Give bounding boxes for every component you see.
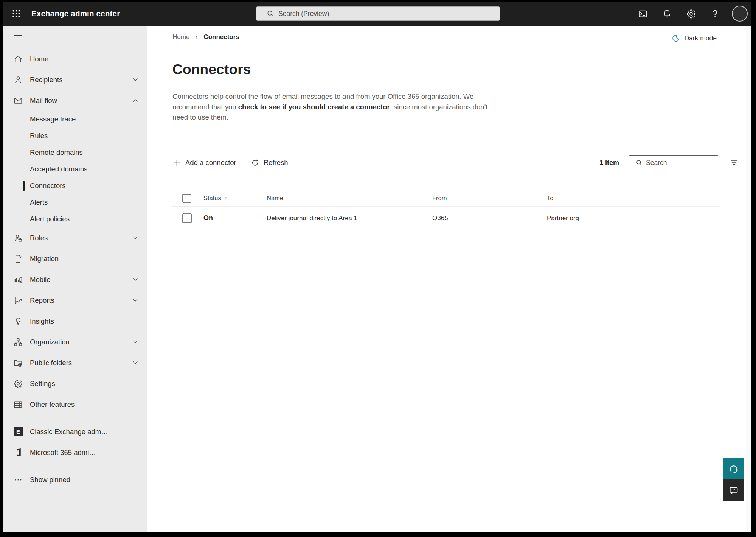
chevron-down-icon — [132, 76, 138, 83]
page-description: Connectors help control the flow of emai… — [172, 91, 495, 123]
dark-mode-label: Dark mode — [684, 34, 717, 42]
column-header-from[interactable]: From — [432, 195, 547, 202]
table-grid-icon — [13, 399, 23, 410]
breadcrumb-home-link[interactable]: Home — [172, 33, 189, 41]
sidebar-subitem-label: Alerts — [30, 198, 48, 207]
sidebar-item-other-features[interactable]: Other features — [3, 394, 147, 415]
sidebar-item-organization[interactable]: Organization — [3, 332, 147, 352]
sidebar-item-reports[interactable]: Reports — [3, 290, 147, 311]
feedback-button[interactable] — [723, 479, 744, 501]
sidebar-item-home[interactable]: Home — [3, 48, 147, 69]
refresh-label: Refresh — [264, 159, 288, 167]
terminal-icon — [638, 9, 648, 19]
sidebar-subitem-label: Alert policies — [30, 215, 70, 223]
top-bar: Exchange admin center — [3, 2, 751, 26]
sidebar-item-mail-flow[interactable]: Mail flow — [3, 90, 147, 111]
main-content: Home Connectors Dark mode Connectors Con… — [147, 26, 751, 532]
filter-button[interactable] — [727, 156, 741, 170]
navigation-sidebar: Home Recipients Mail flow Message trace … — [3, 26, 147, 532]
settings-gear-icon — [686, 9, 696, 19]
sidebar-item-roles[interactable]: Roles — [3, 227, 147, 248]
line-chart-icon — [13, 295, 23, 306]
notifications-button[interactable] — [659, 6, 674, 21]
list-search-input[interactable] — [646, 159, 715, 167]
exchange-admin-center-window: Exchange admin center — [3, 2, 751, 532]
chevron-up-icon — [132, 97, 138, 104]
filter-icon — [729, 158, 739, 168]
sidebar-item-rules[interactable]: Rules — [3, 128, 147, 144]
row-checkbox[interactable] — [182, 213, 192, 223]
chart-phone-icon — [13, 274, 23, 285]
search-icon — [635, 159, 643, 167]
powershell-terminal-button[interactable] — [635, 6, 650, 21]
sidebar-item-public-folders[interactable]: Public folders — [3, 352, 147, 373]
settings-button[interactable] — [683, 6, 699, 21]
sidebar-item-label: Settings — [30, 380, 147, 388]
document-arrow-icon — [13, 254, 23, 264]
gear-icon — [13, 378, 23, 389]
hamburger-menu-icon — [13, 32, 23, 42]
refresh-button[interactable]: Refresh — [251, 159, 288, 167]
add-connector-label: Add a connector — [185, 159, 236, 167]
sidebar-item-remote-domains[interactable]: Remote domains — [3, 144, 147, 161]
connectors-table: Status↑ Name From To On Deliver journal … — [172, 190, 720, 230]
sidebar-item-settings[interactable]: Settings — [3, 373, 147, 394]
column-header-status[interactable]: Status↑ — [203, 195, 267, 202]
list-toolbar: Add a connector Refresh 1 item — [172, 153, 741, 172]
exchange-logo-icon: E — [13, 426, 23, 437]
sidebar-item-alerts[interactable]: Alerts — [3, 194, 147, 211]
table-row[interactable]: On Deliver journal directly to Area 1 O3… — [172, 207, 720, 230]
sidebar-item-insights[interactable]: Insights — [3, 311, 147, 332]
sidebar-item-connectors-selected[interactable]: Connectors — [3, 177, 147, 194]
page-title: Connectors — [172, 62, 251, 78]
account-avatar[interactable] — [732, 6, 748, 22]
refresh-icon — [251, 159, 259, 167]
support-button[interactable] — [723, 458, 744, 479]
sidebar-item-label: Roles — [30, 234, 132, 242]
sidebar-item-show-pinned[interactable]: Show pinned — [3, 469, 147, 490]
sidebar-item-label: Recipients — [30, 76, 132, 84]
search-icon — [266, 9, 275, 18]
column-header-name[interactable]: Name — [267, 195, 432, 202]
plus-icon — [172, 159, 181, 167]
chevron-down-icon — [132, 276, 138, 283]
microsoft-365-logo-icon — [13, 447, 23, 458]
help-icon: ? — [713, 9, 718, 19]
sidebar-item-accepted-domains[interactable]: Accepted domains — [3, 161, 147, 177]
sidebar-item-label: Public folders — [30, 359, 132, 367]
notifications-bell-icon — [662, 9, 672, 19]
add-connector-button[interactable]: Add a connector — [172, 159, 236, 167]
sidebar-divider — [13, 466, 137, 466]
select-all-checkbox[interactable] — [182, 194, 191, 203]
sidebar-subitem-label: Connectors — [30, 182, 66, 190]
sidebar-item-migration[interactable]: Migration — [3, 248, 147, 269]
sidebar-item-microsoft-365-admin[interactable]: Microsoft 365 admi… — [3, 442, 147, 463]
sidebar-item-message-trace[interactable]: Message trace — [3, 111, 147, 128]
sidebar-item-recipients[interactable]: Recipients — [3, 69, 147, 90]
sidebar-item-classic-exchange-admin[interactable]: E Classic Exchange adm… — [3, 421, 147, 442]
sidebar-item-label: Mail flow — [30, 97, 132, 105]
sidebar-item-mobile[interactable]: Mobile — [3, 269, 147, 290]
app-launcher-button[interactable] — [9, 6, 24, 21]
folder-globe-icon — [13, 358, 23, 368]
sidebar-item-alert-policies[interactable]: Alert policies — [3, 211, 147, 227]
sidebar-subitem-label: Message trace — [30, 115, 76, 123]
chevron-down-icon — [132, 339, 138, 345]
list-search-box[interactable] — [629, 155, 718, 170]
column-header-to[interactable]: To — [547, 195, 720, 202]
sidebar-item-label: Microsoft 365 admi… — [30, 448, 147, 457]
sidebar-subitem-label: Remote domains — [30, 148, 83, 157]
help-button[interactable]: ? — [708, 6, 723, 21]
sidebar-item-label: Home — [30, 55, 147, 63]
dark-mode-toggle[interactable]: Dark mode — [672, 34, 717, 42]
collapse-navigation-button[interactable] — [11, 30, 25, 44]
top-bar-actions: ? — [635, 2, 748, 26]
global-search-box[interactable] — [256, 6, 500, 21]
app-launcher-icon — [11, 9, 21, 19]
breadcrumb: Home Connectors — [172, 33, 239, 41]
chat-bubble-icon — [728, 485, 739, 495]
global-search-input[interactable] — [278, 10, 495, 18]
connector-name[interactable]: Deliver journal directly to Area 1 — [267, 215, 432, 222]
vertical-scrollbar[interactable] — [746, 26, 751, 532]
person-briefcase-icon — [13, 233, 23, 243]
